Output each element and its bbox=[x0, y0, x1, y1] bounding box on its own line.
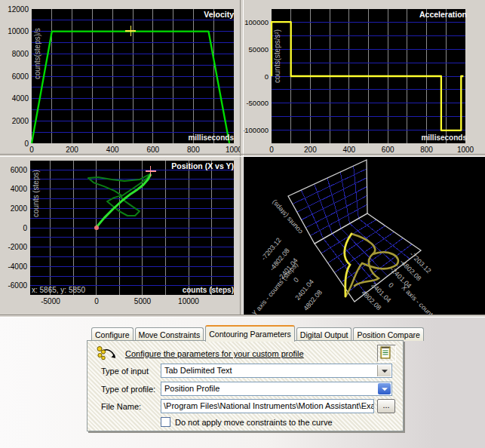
tick-label: -6000 bbox=[8, 281, 27, 290]
tick-label: 4000 bbox=[12, 94, 29, 103]
position-chart: -50000500010000-6000-4000-20000200040006… bbox=[2, 157, 240, 315]
type-of-input-value: Tab Delimited Text bbox=[164, 366, 232, 375]
type-of-profile-combo[interactable]: Position Profile bbox=[161, 382, 392, 396]
chevron-down-icon bbox=[382, 388, 388, 391]
tab-label: Position Compare bbox=[357, 330, 419, 339]
page-instruction: Configure the parameters for your custom… bbox=[125, 349, 304, 358]
tick-label: 600 bbox=[146, 146, 159, 153]
type-of-input-dropdown-button[interactable] bbox=[377, 365, 391, 376]
tick-label: -50000 bbox=[246, 99, 269, 107]
acceleration-x-axis-label: milliseconds bbox=[421, 134, 467, 142]
tick-label: 5000 bbox=[134, 297, 152, 305]
tick-label: 400 bbox=[106, 146, 119, 153]
notepad-icon bbox=[378, 345, 394, 360]
horizontal-divider bbox=[0, 154, 485, 157]
type-of-profile-value: Position Profile bbox=[164, 384, 219, 393]
do-not-apply-constraints-label: Do not apply move constraints to the cur… bbox=[175, 418, 333, 427]
tab-label: Move Constraints bbox=[139, 330, 201, 339]
tick-label: 6000 bbox=[11, 166, 28, 174]
start-point-marker bbox=[94, 226, 99, 230]
tick-label: 1000 bbox=[226, 146, 240, 153]
tick-label: 2000 bbox=[12, 117, 29, 125]
position-x-axis-label: counts (steps) bbox=[183, 287, 234, 294]
file-name-value: \Program Files\National Instruments\Moti… bbox=[164, 401, 374, 410]
tick-label: 800 bbox=[187, 146, 200, 153]
tick-label: 8000 bbox=[12, 50, 29, 58]
velocity-x-axis-label: milliseconds bbox=[188, 134, 234, 142]
tick-label: -4000 bbox=[8, 262, 27, 271]
acceleration-title: Acceleration bbox=[419, 11, 467, 18]
tab-label: Configure bbox=[95, 330, 130, 339]
tick-label: 6000 bbox=[12, 72, 29, 81]
tick-label: 0 bbox=[269, 146, 274, 153]
gridline bbox=[340, 172, 349, 223]
tab-position-compare[interactable]: Position Compare bbox=[353, 327, 423, 341]
type-of-input-combo[interactable]: Tab Delimited Text bbox=[161, 364, 392, 378]
tick-label: -2000 bbox=[8, 243, 27, 251]
tick-label: 10000 bbox=[178, 297, 199, 305]
type-of-profile-dropdown-button[interactable] bbox=[378, 383, 391, 394]
contouring-parameters-page: Configure the parameters for your custom… bbox=[87, 340, 404, 431]
tick-label: 0 bbox=[29, 146, 34, 153]
parameters-tab-panel: Configure Move Constraints Contouring Pa… bbox=[87, 324, 404, 431]
chevron-down-icon bbox=[382, 370, 388, 373]
tick-label: 1000 bbox=[457, 146, 474, 153]
position-3d-chart: counts (steps) Y axis - counts (steps) X… bbox=[244, 157, 485, 315]
motion-assistant-window: 0200400600800100002000400060008000100001… bbox=[0, 0, 485, 448]
file-name-input[interactable]: \Program Files\National Instruments\Moti… bbox=[161, 399, 374, 413]
tab-digital-output[interactable]: Digital Output bbox=[296, 327, 352, 341]
tick-label: 100000 bbox=[244, 18, 269, 26]
tick-label: 10000 bbox=[8, 27, 29, 35]
tick-label: -5000 bbox=[41, 297, 60, 305]
tab-contouring-parameters[interactable]: Contouring Parameters bbox=[205, 325, 295, 342]
tab-strip: Configure Move Constraints Contouring Pa… bbox=[91, 324, 425, 341]
tick-label: 400 bbox=[342, 146, 355, 153]
tick-label: 0 bbox=[24, 140, 29, 148]
tick-label: 2000 bbox=[11, 204, 28, 213]
type-of-profile-label: Type of profile: bbox=[101, 385, 155, 394]
vertical-divider bbox=[240, 0, 244, 315]
position-y-axis-label: counts (steps) bbox=[32, 170, 40, 217]
tick-label: 600 bbox=[382, 146, 394, 153]
tick-label: 200 bbox=[66, 146, 78, 153]
tick-label: 800 bbox=[420, 146, 433, 153]
file-name-label: File Name: bbox=[101, 402, 141, 411]
graphs-area: 0200400600800100002000400060008000100001… bbox=[0, 0, 485, 318]
browse-button[interactable]: ... bbox=[377, 399, 395, 413]
tab-move-constraints[interactable]: Move Constraints bbox=[135, 327, 204, 341]
tick-label: 4000 bbox=[11, 185, 28, 193]
tick-label: 12000 bbox=[8, 5, 29, 14]
tick-label: 200 bbox=[304, 146, 317, 153]
velocity-y-axis-label: counts(steps)/s bbox=[34, 28, 41, 79]
acceleration-chart: 02004006008001000-100000-500000500001000… bbox=[244, 2, 485, 153]
type-of-input-label: Type of input bbox=[101, 367, 149, 376]
position-title: Position (X vs Y) bbox=[171, 162, 234, 170]
do-not-apply-constraints-checkbox[interactable] bbox=[161, 417, 170, 427]
tick-label: 0 bbox=[23, 224, 27, 232]
tab-label: Digital Output bbox=[300, 330, 348, 339]
acceleration-y-axis-label: counts(steps/s²) bbox=[274, 29, 281, 83]
tab-configure[interactable]: Configure bbox=[91, 327, 134, 341]
tick-label: -100000 bbox=[244, 126, 269, 134]
velocity-title: Velocity bbox=[204, 11, 234, 18]
cursor-position-readout: x: 5865, y: 5850 bbox=[32, 287, 85, 294]
configuration-area: Configure Move Constraints Contouring Pa… bbox=[0, 318, 485, 448]
tick-label: 0 bbox=[265, 72, 269, 81]
contour-profile-icon bbox=[95, 345, 118, 362]
tick-label: 50000 bbox=[249, 45, 269, 54]
velocity-chart: 0200400600800100002000400060008000100001… bbox=[2, 2, 240, 153]
tick-label: 0 bbox=[94, 297, 99, 305]
tab-label: Contouring Parameters bbox=[209, 330, 291, 339]
view-data-button[interactable] bbox=[377, 345, 396, 362]
